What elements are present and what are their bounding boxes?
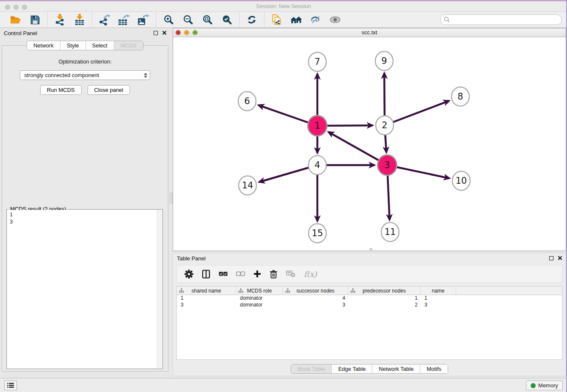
close-window-button[interactable]: [5, 5, 10, 10]
column-header-successor-nodes[interactable]: successor nodes: [283, 287, 348, 295]
close-panel-button[interactable]: Close panel: [88, 85, 130, 95]
zoom-fit-icon[interactable]: [201, 14, 214, 26]
toolbar-search: [440, 14, 562, 25]
zoom-selected-icon[interactable]: [220, 14, 233, 26]
tab-node-table[interactable]: Node Table: [291, 364, 332, 373]
import-table-icon[interactable]: [73, 14, 86, 26]
graph-node-7[interactable]: 7: [308, 52, 326, 72]
refresh-icon[interactable]: [245, 14, 258, 26]
graph-node-11[interactable]: 11: [381, 223, 399, 242]
network-canvas[interactable]: 1234678910111415: [173, 37, 566, 251]
delete-table-icon[interactable]: [286, 271, 295, 277]
svg-text:11: 11: [385, 227, 396, 237]
cell-shared-name[interactable]: 1: [177, 295, 236, 302]
tab-motifs[interactable]: Motifs: [420, 364, 448, 373]
cell-predecessor-nodes[interactable]: 2: [348, 302, 421, 309]
table-body: 1dominator4113dominator323: [177, 295, 562, 309]
canvas-resize-handle[interactable]: [369, 248, 372, 250]
export-network-icon[interactable]: [98, 14, 111, 26]
cell-MCDS-role[interactable]: dominator: [236, 302, 283, 309]
network-window-titlebar[interactable]: × – + scc.txt: [173, 28, 566, 37]
graph-node-4[interactable]: 4: [308, 156, 326, 175]
mcds-result-list[interactable]: 1 3: [7, 210, 157, 368]
open-folder-icon[interactable]: [9, 14, 22, 26]
delete-row-icon[interactable]: [270, 270, 278, 279]
zoom-window-button[interactable]: [22, 5, 27, 10]
criterion-selected-value: strongly connected component: [24, 72, 99, 78]
zoom-in-icon[interactable]: [162, 14, 175, 26]
svg-text:14: 14: [242, 180, 253, 190]
gear-icon[interactable]: [184, 270, 193, 279]
tab-network[interactable]: Network: [27, 41, 60, 50]
table-panel: Table Panel f(x) shared nameMCDS role: [173, 253, 566, 376]
mcds-result-group: MCDS result (2 nodes) 1 3: [6, 209, 163, 369]
houses-icon[interactable]: [290, 14, 303, 26]
cell-shared-name[interactable]: 3: [177, 302, 236, 309]
cell-name[interactable]: 1: [421, 295, 456, 302]
network-view-window: × – + scc.txt 1234678910111415: [173, 28, 566, 251]
tab-style[interactable]: Style: [60, 41, 85, 50]
graph-node-10[interactable]: 10: [452, 171, 470, 190]
panel-splitter-handle[interactable]: [170, 193, 173, 204]
eye-icon[interactable]: [329, 14, 341, 26]
column-header-predecessor-nodes[interactable]: predecessor nodes: [348, 287, 421, 295]
close-table-panel-icon[interactable]: [558, 256, 562, 260]
graph-node-14[interactable]: 14: [239, 176, 256, 195]
result-scrollbar[interactable]: [157, 210, 162, 368]
graph-node-6[interactable]: 6: [238, 92, 256, 111]
tab-edge-table[interactable]: Edge Table: [331, 364, 372, 373]
select-all-checkboxes-icon[interactable]: [219, 271, 228, 276]
add-row-icon[interactable]: [253, 270, 261, 278]
table-row[interactable]: 3dominator323: [177, 302, 562, 309]
criterion-select[interactable]: strongly connected component: [20, 70, 150, 80]
eye-hide-icon[interactable]: [309, 14, 322, 26]
graph-node-9[interactable]: 9: [375, 52, 393, 71]
column-header-shared-name[interactable]: shared name: [177, 287, 236, 295]
window-traffic-lights[interactable]: [5, 5, 27, 10]
search-input[interactable]: [440, 14, 562, 25]
minimize-window-button[interactable]: [14, 5, 19, 10]
columns-icon[interactable]: [202, 270, 210, 279]
float-table-panel-icon[interactable]: [549, 256, 553, 260]
graph-node-2[interactable]: 2: [376, 116, 394, 135]
cell-MCDS-role[interactable]: dominator: [236, 295, 283, 302]
column-header-name[interactable]: name: [421, 287, 456, 295]
table-panel-header: Table Panel: [173, 253, 566, 264]
table-row[interactable]: 1dominator411: [177, 295, 562, 302]
cell-successor-nodes[interactable]: 3: [283, 302, 348, 309]
network-close-icon[interactable]: ×: [176, 30, 181, 35]
export-table-icon[interactable]: [118, 14, 130, 26]
memory-button[interactable]: Memory: [526, 381, 563, 390]
graph-node-1[interactable]: 1: [308, 116, 327, 136]
zoom-out-icon[interactable]: [182, 14, 194, 26]
network-minimize-icon[interactable]: –: [184, 30, 189, 35]
search-icon: [444, 17, 450, 25]
cell-name[interactable]: 3: [421, 302, 456, 309]
table-header-row: shared nameMCDS rolesuccessor nodesprede…: [177, 287, 562, 295]
tab-select[interactable]: Select: [85, 41, 114, 50]
function-builder-icon[interactable]: f(x): [304, 270, 317, 279]
cell-predecessor-nodes[interactable]: 1: [348, 295, 421, 302]
document-network-icon[interactable]: [270, 14, 283, 26]
deselect-all-checkboxes-icon[interactable]: [236, 271, 245, 276]
svg-text:9: 9: [381, 56, 387, 66]
tab-network-table[interactable]: Network Table: [372, 364, 420, 373]
run-mcds-button[interactable]: Run MCDS: [40, 85, 82, 95]
control-panel: Control Panel Network Style Select MCDS …: [0, 28, 170, 378]
cell-successor-nodes[interactable]: 4: [283, 295, 348, 302]
float-panel-icon[interactable]: [154, 31, 158, 35]
svg-text:1: 1: [314, 121, 320, 131]
graph-node-8[interactable]: 8: [451, 87, 469, 106]
export-image-icon[interactable]: [137, 14, 150, 26]
graph-edge-2-8[interactable]: [385, 101, 449, 125]
node-table: shared nameMCDS rolesuccessor nodesprede…: [176, 286, 562, 360]
graph-node-15[interactable]: 15: [308, 224, 326, 243]
save-icon[interactable]: [29, 14, 41, 26]
close-panel-icon[interactable]: [162, 30, 167, 35]
graph-node-3[interactable]: 3: [378, 155, 397, 175]
column-header-MCDS-role[interactable]: MCDS role: [236, 287, 283, 295]
task-history-button[interactable]: [4, 381, 17, 390]
tab-mcds[interactable]: MCDS: [114, 41, 143, 50]
import-network-icon[interactable]: [54, 14, 66, 26]
network-maximize-icon[interactable]: +: [193, 30, 198, 35]
